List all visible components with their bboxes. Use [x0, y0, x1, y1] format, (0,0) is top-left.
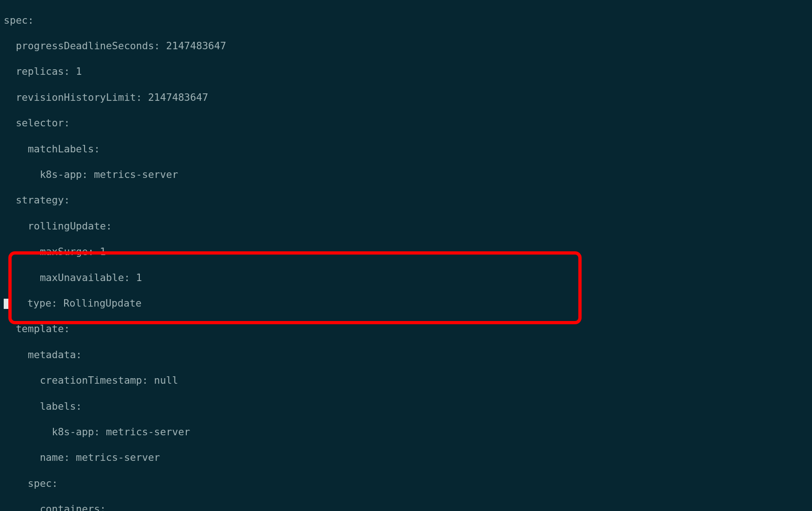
code-line: labels: [4, 400, 812, 413]
code-line: spec: [4, 14, 812, 27]
text-cursor [4, 299, 9, 309]
code-line: k8s-app: metrics-server [4, 426, 812, 439]
code-line: containers: [4, 503, 812, 511]
code-line: k8s-app: metrics-server [4, 168, 812, 181]
code-line: maxUnavailable: 1 [4, 271, 812, 284]
code-line: revisionHistoryLimit: 2147483647 [4, 91, 812, 104]
code-line: name: metrics-server [4, 451, 812, 464]
code-line: spec: [4, 477, 812, 490]
code-line-cursor: type: RollingUpdate [4, 297, 812, 310]
code-line: replicas: 1 [4, 65, 812, 78]
code-line: rollingUpdate: [4, 220, 812, 233]
code-line: strategy: [4, 194, 812, 207]
terminal-editor[interactable]: spec: progressDeadlineSeconds: 214748364… [0, 0, 812, 511]
code-line: selector: [4, 117, 812, 130]
code-line: creationTimestamp: null [4, 374, 812, 387]
code-line: maxSurge: 1 [4, 245, 812, 258]
code-line: metadata: [4, 348, 812, 361]
code-line: progressDeadlineSeconds: 2147483647 [4, 39, 812, 52]
annotation-highlight-box [8, 251, 582, 324]
code-line: matchLabels: [4, 143, 812, 156]
code-line: template: [4, 322, 812, 335]
